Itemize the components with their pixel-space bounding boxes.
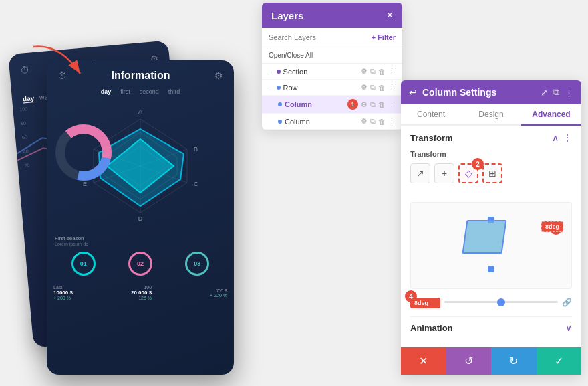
layers-open-close[interactable]: Open/Close All	[262, 47, 402, 64]
arrow-annotation	[20, 40, 100, 94]
layer-col1-copy-icon[interactable]: ⧉	[370, 100, 376, 109]
settings-panel-title: Column Settings	[422, 87, 535, 98]
transform-label: Transform	[410, 150, 572, 158]
animation-section: Animation ∨	[410, 316, 572, 333]
transform-section-header: Transform ∧ ⋮	[410, 132, 572, 143]
settings-expand-icon[interactable]: ⤢	[541, 88, 548, 98]
stat-circle-01: 01	[71, 252, 96, 276]
settings-back-button[interactable]: ↩	[409, 87, 417, 98]
slider-thumb[interactable]	[497, 298, 505, 306]
animation-header: Animation ∨	[410, 322, 572, 333]
section-menu-icon[interactable]: ⋮	[563, 132, 572, 143]
layer-col1-delete-icon[interactable]: 🗑	[378, 100, 386, 108]
layer-icons-column-2: ⚙ ⧉ 🗑 ⋮	[361, 117, 396, 126]
settings-more-icon[interactable]: ⋮	[565, 88, 573, 98]
dashboard-cards-area: ⏱ Inf ⚙ Inf day week 100 80 60 40 20 ⏱ I…	[7, 40, 254, 368]
season-desc: Lorem ipsum dc	[55, 242, 226, 246]
layers-search-input[interactable]	[269, 33, 368, 41]
reset-button[interactable]: ↺	[446, 347, 492, 375]
layer-row-settings-icon[interactable]: ⚙	[361, 83, 368, 92]
layer-name-section: Section	[283, 68, 358, 76]
layer-dot-row	[277, 86, 281, 90]
settings-header: ↩ Column Settings ⤢ ⧉ ⋮	[401, 80, 581, 104]
skew-handle-bottom[interactable]	[488, 266, 494, 272]
card-tab-third[interactable]: third	[168, 88, 180, 95]
layer-item-column-1[interactable]: Column 1 ⚙ ⧉ 🗑 ⋮	[262, 96, 402, 114]
layers-panel-header: Layers ×	[262, 3, 402, 28]
settings-columns-icon[interactable]: ⧉	[553, 87, 559, 98]
layer-col2-copy-icon[interactable]: ⧉	[370, 117, 376, 126]
layer-dot-column-1	[278, 102, 282, 106]
layer-dot-column-2	[278, 120, 282, 124]
transform-section-title: Transform	[410, 133, 453, 143]
layers-filter-button[interactable]: + Filter	[372, 33, 396, 41]
card-tab-day[interactable]: day	[101, 88, 112, 95]
badge-2: 2	[472, 158, 484, 170]
layer-icons-column-1: ⚙ ⧉ 🗑 ⋮	[361, 100, 396, 109]
season-label: First season	[55, 235, 226, 242]
layer-row-copy-icon[interactable]: ⧉	[370, 83, 376, 92]
action-bar: ✕ ↺ ↻ ✓	[401, 347, 581, 375]
svg-text:B: B	[194, 146, 198, 153]
svg-text:D: D	[138, 215, 143, 222]
animation-chevron[interactable]: ∨	[565, 322, 572, 333]
layer-item-column-2[interactable]: Column ⚙ ⧉ 🗑 ⋮	[262, 114, 402, 130]
layer-item-row[interactable]: – Row ⚙ ⧉ 🗑 ⋮	[262, 80, 402, 96]
layer-name-row: Row	[283, 84, 358, 92]
confirm-button[interactable]: ✓	[537, 347, 582, 375]
data-row-1: Last 10000 $ + 200 % 100 20 000 $ 125 % …	[53, 285, 227, 300]
layer-col2-settings-icon[interactable]: ⚙	[361, 117, 368, 126]
layer-col1-more-icon[interactable]: ⋮	[388, 100, 396, 109]
transform-icon-add[interactable]: +	[434, 163, 454, 183]
section-toggle: ∧ ⋮	[552, 132, 572, 143]
cancel-button[interactable]: ✕	[401, 347, 446, 375]
section-collapse-icon[interactable]: ∧	[552, 132, 559, 143]
layer-col2-more-icon[interactable]: ⋮	[388, 117, 396, 126]
data-value-20000: 20 000 $	[131, 290, 152, 296]
layer-more-icon[interactable]: ⋮	[388, 67, 396, 76]
tab-design[interactable]: Design	[461, 104, 521, 126]
layer-icons-section: ⚙ ⧉ 🗑 ⋮	[361, 67, 396, 76]
layer-settings-icon[interactable]: ⚙	[361, 67, 368, 76]
stat-circle-02: 02	[128, 252, 152, 276]
tab-advanced[interactable]: Advanced	[521, 104, 581, 126]
layer-col1-settings-icon[interactable]: ⚙	[361, 100, 368, 109]
layer-delete-icon[interactable]: 🗑	[378, 68, 386, 76]
tab-content[interactable]: Content	[401, 104, 461, 126]
layer-col2-delete-icon[interactable]: 🗑	[378, 118, 386, 126]
layer-badge-1: 1	[347, 99, 358, 110]
layer-name-column-1: Column	[285, 100, 345, 108]
layer-item-section[interactable]: – Section ⚙ ⧉ 🗑 ⋮	[262, 64, 402, 80]
layer-dot-section	[277, 70, 281, 74]
slider-track[interactable]	[444, 301, 558, 303]
layers-search-row: + Filter	[262, 28, 402, 47]
svg-text:A: A	[138, 108, 142, 115]
link-icon[interactable]: 🔗	[562, 298, 572, 307]
layers-close-button[interactable]: ×	[387, 9, 393, 21]
transform-icon-matrix[interactable]: ⊞	[482, 163, 502, 183]
card-tab-first[interactable]: first	[120, 88, 130, 95]
layer-icons-row: ⚙ ⧉ 🗑 ⋮	[361, 83, 396, 92]
transform-icon-move[interactable]: ↗	[410, 163, 430, 183]
data-change-125: 125 %	[131, 296, 152, 300]
stat-circle-03: 03	[185, 252, 209, 276]
layers-panel: Layers × + Filter Open/Close All – Secti…	[262, 3, 402, 130]
stat-02: 02	[128, 252, 152, 276]
settings-header-icons: ⤢ ⧉ ⋮	[541, 87, 573, 98]
card-back-tab-day[interactable]: day	[23, 94, 35, 103]
deg-slider-row: 4 🔗	[410, 296, 572, 308]
svg-text:C: C	[194, 181, 198, 187]
transform-icons-row: ↗ + ◇ 2 ⊞	[410, 163, 572, 183]
donut-chart	[50, 119, 117, 186]
data-change-200: + 200 %	[53, 296, 73, 300]
layer-row-delete-icon[interactable]: 🗑	[378, 84, 386, 92]
card-tab-second[interactable]: second	[140, 88, 159, 95]
animation-title: Animation	[410, 323, 453, 333]
skew-shape	[462, 220, 506, 254]
layer-row-more-icon[interactable]: ⋮	[388, 83, 396, 92]
stat-01: 01	[71, 252, 96, 276]
layer-name-column-2: Column	[285, 118, 358, 126]
layer-copy-icon[interactable]: ⧉	[370, 67, 376, 76]
redo-button[interactable]: ↻	[491, 347, 537, 375]
deg-badge-top: 8deg	[541, 221, 563, 232]
